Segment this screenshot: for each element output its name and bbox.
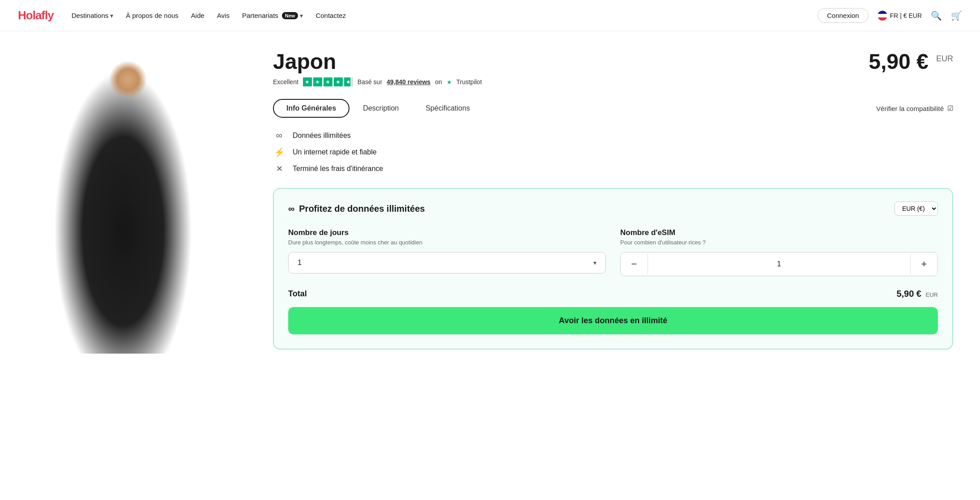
new-badge: New [282, 12, 298, 19]
nav-right: Connexion FR | € EUR 🔍 🛒 [818, 8, 962, 23]
days-dropdown[interactable]: 1 ▾ [288, 252, 606, 274]
reviews-on: on [435, 78, 442, 85]
infinity-icon: ∞ [273, 130, 285, 141]
logo[interactable]: Holafly [18, 9, 54, 22]
cart-icon[interactable]: 🛒 [951, 10, 962, 21]
feature-no-roaming: ✕ Terminé les frais d'itinérance [273, 164, 953, 174]
star-1: ★ [303, 77, 312, 86]
days-desc: Dure plus longtemps, coûte moins cher au… [288, 239, 606, 246]
flag-icon [878, 11, 887, 21]
product-header: Japon 5,90 € EUR [273, 49, 953, 74]
no-roaming-icon: ✕ [273, 164, 285, 174]
currency-select[interactable]: EUR (€) [895, 201, 938, 216]
star-2: ★ [313, 77, 322, 86]
total-row: Total 5,90 € EUR [288, 289, 938, 299]
feature-unlimited-data: ∞ Données illimitées [273, 130, 953, 141]
trustpilot-logo-icon: ★ [447, 79, 452, 85]
days-label: Nombre de jours [288, 228, 606, 237]
connexion-button[interactable]: Connexion [818, 8, 869, 23]
cta-button[interactable]: Avoir les données en illimité [288, 307, 938, 334]
tab-description[interactable]: Description [349, 99, 412, 118]
star-4: ★ [334, 77, 343, 86]
feature-fast-internet: ⚡ Un internet rapide et fiable [273, 147, 953, 158]
tabs-row: Info Générales Description Spécification… [273, 99, 953, 118]
person-overlay [0, 31, 246, 354]
chevron-down-icon: ▾ [593, 259, 597, 266]
plan-box: ∞ Profitez de données illimitées EUR (€)… [273, 188, 953, 350]
nav-contact[interactable]: Contactez [315, 12, 346, 19]
esim-label: Nombre d'eSIM [620, 228, 938, 237]
reviews-link[interactable]: 49,840 reviews [387, 78, 430, 85]
tab-specifications[interactable]: Spécifications [412, 99, 483, 118]
star-3: ★ [324, 77, 332, 86]
esim-qty-control: − 1 + [620, 252, 938, 276]
plan-infinity-icon: ∞ [288, 204, 294, 214]
main-content: Japon 5,90 € EUR Excellent ★ ★ ★ ★ ★ Bas… [0, 31, 980, 500]
star-5-half: ★ [344, 77, 353, 86]
chevron-down-icon: ▾ [300, 12, 303, 19]
rating-label: Excellent [273, 78, 298, 85]
product-image [0, 31, 246, 354]
nav-links: Destinations ▾ À propos de nous Aide Avi… [72, 12, 803, 19]
days-value: 1 [298, 259, 302, 267]
total-label: Total [288, 289, 307, 299]
compat-button[interactable]: Vérifier la compatibilité ☑ [876, 104, 953, 112]
navbar: Holafly Destinations ▾ À propos de nous … [0, 0, 980, 31]
nav-reviews[interactable]: Avis [217, 12, 230, 19]
selectors-row: Nombre de jours Dure plus longtemps, coû… [288, 228, 938, 276]
features-list: ∞ Données illimitées ⚡ Un internet rapid… [273, 130, 953, 174]
esim-qty-value: 1 [648, 254, 911, 274]
nav-destinations[interactable]: Destinations ▾ [72, 12, 114, 19]
right-panel: Japon 5,90 € EUR Excellent ★ ★ ★ ★ ★ Bas… [246, 31, 980, 500]
language-selector[interactable]: FR | € EUR [878, 11, 922, 21]
total-currency: EUR [926, 291, 938, 298]
nav-partnerships[interactable]: Partenariats New ▾ [242, 12, 303, 19]
total-price: 5,90 € EUR [896, 289, 938, 299]
trustpilot-row: Excellent ★ ★ ★ ★ ★ Basé sur 49,840 revi… [273, 77, 953, 86]
product-price: 5,90 € EUR [869, 49, 953, 74]
price-currency: EUR [936, 54, 953, 63]
nav-help[interactable]: Aide [191, 12, 205, 19]
plan-title: ∞ Profitez de données illimitées [288, 204, 425, 214]
compat-icon: ☑ [947, 104, 953, 112]
qty-decrease-button[interactable]: − [621, 252, 648, 276]
trustpilot-label: Trustpilot [456, 78, 482, 85]
nav-about[interactable]: À propos de nous [126, 12, 179, 19]
lightning-icon: ⚡ [273, 147, 285, 158]
chevron-down-icon: ▾ [110, 12, 113, 19]
plan-box-header: ∞ Profitez de données illimitées EUR (€) [288, 201, 938, 216]
product-country: Japon [273, 49, 336, 74]
esim-desc: Pour combien d'utilisateur·rices ? [620, 239, 938, 246]
reviews-text: Basé sur [358, 78, 382, 85]
search-icon[interactable]: 🔍 [931, 10, 942, 21]
product-image-panel [0, 31, 246, 500]
tab-info-generales[interactable]: Info Générales [273, 99, 349, 118]
qty-increase-button[interactable]: + [911, 252, 937, 276]
star-rating: ★ ★ ★ ★ ★ [303, 77, 353, 86]
esim-selector: Nombre d'eSIM Pour combien d'utilisateur… [620, 228, 938, 276]
days-selector: Nombre de jours Dure plus longtemps, coû… [288, 228, 606, 276]
